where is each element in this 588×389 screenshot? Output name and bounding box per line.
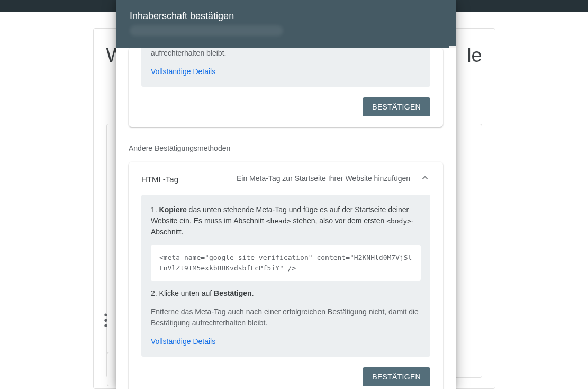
dialog-property-url-blurred <box>130 25 283 36</box>
card1-instructions: aufrechterhalten bleibt. Vollständige De… <box>141 48 430 87</box>
step1-code-head: <head> <box>266 217 291 225</box>
chevron-up-icon <box>420 173 430 185</box>
card2-step2: 2. Klicke unten auf Bestätigen. <box>151 288 421 299</box>
card2-note: Entferne das Meta-Tag auch nach einer er… <box>151 306 421 329</box>
dialog-title: Inhaberschaft bestätigen <box>130 11 442 22</box>
meta-tag-code[interactable]: <meta name="google-site-verification" co… <box>151 245 421 281</box>
dialog-body[interactable]: aufrechterhalten bleibt. Vollständige De… <box>116 48 456 389</box>
step1-bold: Kopiere <box>159 205 187 214</box>
step2-suffix: . <box>252 289 254 297</box>
bg-title-right: le <box>467 44 482 67</box>
verification-method-card-html-tag: HTML-Tag Ein Meta-Tag zur Startseite Ihr… <box>129 162 443 389</box>
step1-prefix: 1. <box>151 205 159 214</box>
card2-description: Ein Meta-Tag zur Startseite Ihrer Websit… <box>237 174 420 184</box>
step2-prefix: 2. Klicke unten auf <box>151 289 214 297</box>
card1-keep-text: aufrechterhalten bleibt. <box>151 48 421 59</box>
verify-ownership-dialog: Inhaberschaft bestätigen ▲ aufrechterhal… <box>116 0 456 389</box>
dialog-header: Inhaberschaft bestätigen <box>116 0 456 48</box>
card2-instructions: 1. Kopiere das unten stehende Meta-Tag u… <box>141 195 430 357</box>
card2-confirm-button[interactable]: BESTÄTIGEN <box>363 367 430 386</box>
card2-header[interactable]: HTML-Tag Ein Meta-Tag zur Startseite Ihr… <box>129 162 443 195</box>
separator-dots: ••• <box>104 312 108 328</box>
step1-text-b: stehen, also vor dem ersten <box>291 216 387 225</box>
card2-step1: 1. Kopiere das unten stehende Meta-Tag u… <box>151 204 421 238</box>
other-methods-label: Andere Bestätigungsmethoden <box>129 144 443 152</box>
step1-code-body: <body> <box>386 217 411 225</box>
card2-title: HTML-Tag <box>141 175 237 184</box>
step2-bold: Bestätigen <box>214 289 252 297</box>
verification-method-card-primary: aufrechterhalten bleibt. Vollständige De… <box>129 48 443 127</box>
card1-details-link[interactable]: Vollständige Details <box>151 66 215 77</box>
card2-details-link[interactable]: Vollständige Details <box>151 336 215 347</box>
card1-confirm-button[interactable]: BESTÄTIGEN <box>363 97 430 116</box>
